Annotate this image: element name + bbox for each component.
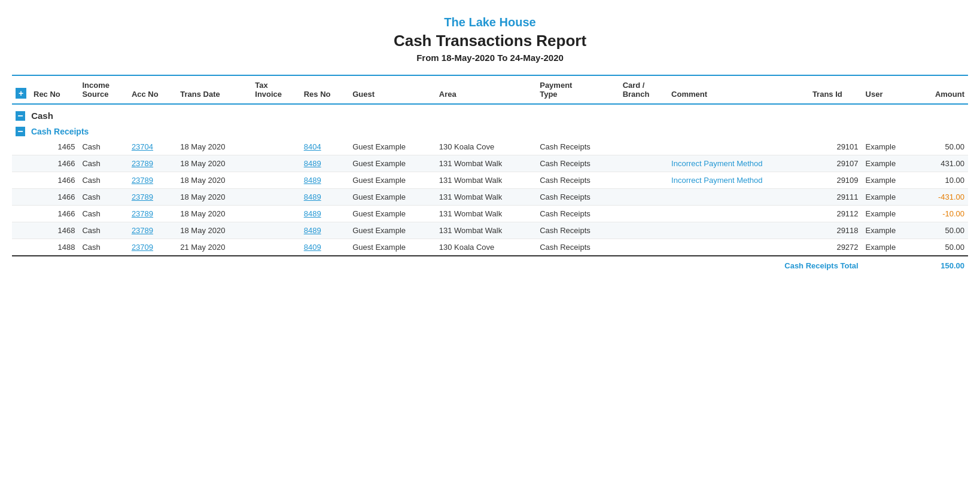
cell-comment	[668, 206, 809, 222]
cell-trans-date: 18 May 2020	[176, 155, 251, 172]
date-range: From 18-May-2020 To 24-May-2020	[12, 53, 968, 63]
cell-res-no[interactable]: 8489	[300, 222, 349, 239]
res-no-link[interactable]: 8489	[304, 226, 321, 235]
th-res-no: Res No	[300, 76, 349, 104]
cell-rec-no: 1465	[30, 139, 78, 155]
cell-rec-no: 1466	[30, 206, 78, 222]
cell-trans-date: 18 May 2020	[176, 189, 251, 206]
cell-res-no[interactable]: 8489	[300, 172, 349, 189]
res-no-link[interactable]: 8489	[304, 209, 321, 218]
cell-user: Example	[862, 189, 916, 206]
cell-card-branch	[619, 172, 668, 189]
cell-trans-id: 29107	[809, 155, 862, 172]
res-no-link[interactable]: 8489	[304, 159, 321, 168]
total-value: 150.00	[862, 256, 968, 275]
acc-no-link[interactable]: 23789	[132, 159, 153, 168]
cell-comment: Incorrect Payment Method	[668, 155, 809, 172]
cell-acc-no[interactable]: 23789	[128, 222, 176, 239]
cell-guest: Guest Example	[349, 239, 436, 256]
res-no-link[interactable]: 8409	[304, 243, 321, 252]
cell-guest: Guest Example	[349, 206, 436, 222]
collapse-subsection-icon[interactable]: −	[16, 127, 25, 136]
cell-acc-no[interactable]: 23704	[128, 139, 176, 155]
cell-comment	[668, 222, 809, 239]
add-button[interactable]: +	[16, 88, 26, 99]
acc-no-link[interactable]: 23789	[132, 209, 153, 218]
cell-rec-no: 1468	[30, 222, 78, 239]
cell-area: 130 Koala Cove	[436, 239, 536, 256]
cell-add	[12, 222, 30, 239]
cell-res-no[interactable]: 8489	[300, 155, 349, 172]
total-label: Cash Receipts Total	[12, 256, 862, 275]
table-row: 1466 Cash 23789 18 May 2020 8489 Guest E…	[12, 155, 968, 172]
cell-area: 130 Koala Cove	[436, 139, 536, 155]
cell-amount: 10.00	[915, 172, 968, 189]
th-trans-id: Trans Id	[809, 76, 862, 104]
cell-tax-invoice	[251, 222, 300, 239]
cell-payment-type: Cash Receipts	[536, 155, 619, 172]
company-name: The Lake House	[12, 16, 968, 29]
th-rec-no: Rec No	[30, 76, 78, 104]
cell-comment	[668, 239, 809, 256]
cell-area: 131 Wombat Walk	[436, 155, 536, 172]
cell-area: 131 Wombat Walk	[436, 222, 536, 239]
column-header-row: + Rec No IncomeSource Acc No Trans Date …	[12, 76, 968, 104]
th-tax-invoice: TaxInvoice	[251, 76, 300, 104]
table-row: 1488 Cash 23709 21 May 2020 8409 Guest E…	[12, 239, 968, 256]
cell-acc-no[interactable]: 23789	[128, 172, 176, 189]
cell-res-no[interactable]: 8489	[300, 206, 349, 222]
cell-income-source: Cash	[78, 239, 127, 256]
cell-acc-no[interactable]: 23789	[128, 155, 176, 172]
cell-trans-date: 18 May 2020	[176, 222, 251, 239]
table-row: 1466 Cash 23789 18 May 2020 8489 Guest E…	[12, 189, 968, 206]
acc-no-link[interactable]: 23789	[132, 192, 153, 201]
subsection-label: Cash Receipts	[31, 127, 89, 136]
cell-tax-invoice	[251, 139, 300, 155]
report-title: Cash Transactions Report	[12, 32, 968, 50]
section-label: Cash	[31, 111, 53, 121]
cash-receipts-total-row: Cash Receipts Total 150.00	[12, 256, 968, 275]
acc-no-link[interactable]: 23704	[132, 142, 153, 151]
cell-tax-invoice	[251, 189, 300, 206]
table-body: − Cash − Cash Receipts 1465 Cash 23704 1…	[12, 104, 968, 275]
collapse-cash-icon[interactable]: −	[16, 111, 25, 121]
acc-no-link[interactable]: 23789	[132, 226, 153, 235]
cell-amount: 50.00	[915, 139, 968, 155]
cell-rec-no: 1466	[30, 155, 78, 172]
cell-add	[12, 155, 30, 172]
acc-no-link[interactable]: 23709	[132, 243, 153, 252]
th-trans-date: Trans Date	[176, 76, 251, 104]
cell-trans-date: 21 May 2020	[176, 239, 251, 256]
cell-amount: -431.00	[915, 189, 968, 206]
cell-payment-type: Cash Receipts	[536, 206, 619, 222]
cell-income-source: Cash	[78, 139, 127, 155]
cell-user: Example	[862, 222, 916, 239]
cell-tax-invoice	[251, 155, 300, 172]
cell-amount: -10.00	[915, 206, 968, 222]
subsection-header-cash-receipts: − Cash Receipts	[12, 123, 968, 139]
res-no-link[interactable]: 8404	[304, 142, 321, 151]
cell-acc-no[interactable]: 23709	[128, 239, 176, 256]
cell-comment	[668, 139, 809, 155]
cell-income-source: Cash	[78, 189, 127, 206]
cell-res-no[interactable]: 8409	[300, 239, 349, 256]
res-no-link[interactable]: 8489	[304, 192, 321, 201]
cell-user: Example	[862, 172, 916, 189]
cell-res-no[interactable]: 8404	[300, 139, 349, 155]
cell-acc-no[interactable]: 23789	[128, 206, 176, 222]
cell-guest: Guest Example	[349, 189, 436, 206]
th-acc-no: Acc No	[128, 76, 176, 104]
cell-payment-type: Cash Receipts	[536, 239, 619, 256]
cell-payment-type: Cash Receipts	[536, 189, 619, 206]
acc-no-link[interactable]: 23789	[132, 176, 153, 185]
cell-payment-type: Cash Receipts	[536, 222, 619, 239]
add-column-header: +	[12, 76, 30, 104]
table-row: 1466 Cash 23789 18 May 2020 8489 Guest E…	[12, 206, 968, 222]
cell-res-no[interactable]: 8489	[300, 189, 349, 206]
res-no-link[interactable]: 8489	[304, 176, 321, 185]
cell-card-branch	[619, 155, 668, 172]
cell-trans-id: 29111	[809, 189, 862, 206]
cell-acc-no[interactable]: 23789	[128, 189, 176, 206]
cell-trans-id: 29112	[809, 206, 862, 222]
cell-income-source: Cash	[78, 155, 127, 172]
